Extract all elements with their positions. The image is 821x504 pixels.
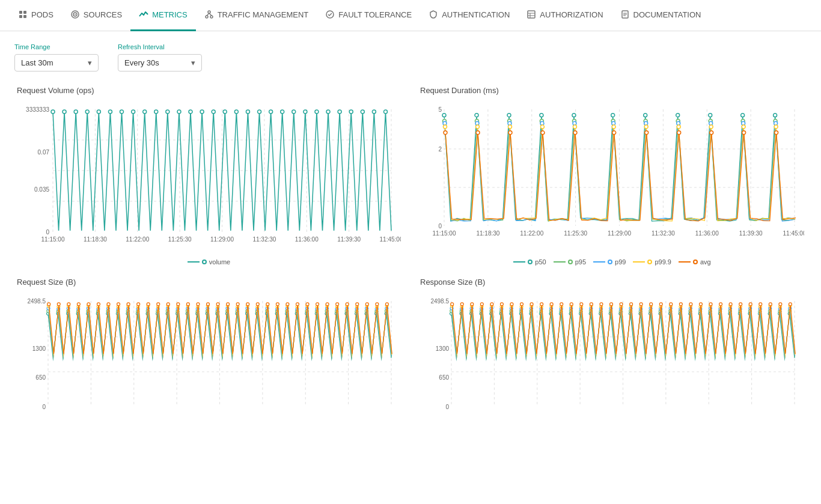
request-size-title: Request Size (B) bbox=[17, 278, 401, 287]
nav-pods-label: PODS bbox=[31, 10, 53, 19]
legend-p99: p99 bbox=[593, 258, 626, 266]
nav-authz[interactable]: AUTHORIZATION bbox=[518, 0, 611, 31]
nav-pods[interactable]: PODS bbox=[10, 0, 62, 31]
response-size-canvas bbox=[420, 291, 804, 411]
legend-dot-avg bbox=[693, 260, 698, 264]
legend-volume: volume bbox=[188, 258, 230, 266]
check-circle-icon bbox=[325, 10, 335, 19]
svg-line-10 bbox=[207, 13, 209, 16]
nav-authz-label: AUTHORIZATION bbox=[540, 10, 603, 19]
request-volume-canvas bbox=[17, 100, 401, 256]
request-volume-container bbox=[17, 100, 401, 256]
legend-avg-label: avg bbox=[700, 258, 711, 266]
time-range-group: Time Range Last 30m ▾ bbox=[14, 43, 99, 71]
legend-dot-p95 bbox=[568, 260, 573, 264]
nav-sources[interactable]: SOURCES bbox=[62, 0, 130, 31]
legend-dot-p999 bbox=[647, 260, 652, 264]
request-volume-title: Request Volume (ops) bbox=[17, 86, 401, 95]
legend-dot-volume bbox=[202, 260, 207, 264]
svg-point-7 bbox=[208, 11, 210, 13]
request-volume-legend: volume bbox=[17, 258, 401, 266]
svg-point-9 bbox=[210, 16, 213, 18]
nav-fault-label: FAULT TOLERANCE bbox=[338, 10, 412, 19]
target-icon bbox=[70, 10, 80, 19]
response-size-container bbox=[420, 291, 804, 411]
chart-icon bbox=[139, 10, 148, 19]
refresh-interval-group: Refresh Interval Every 30s ▾ bbox=[118, 43, 202, 71]
response-size-panel: Response Size (B) bbox=[410, 270, 814, 416]
legend-p99-label: p99 bbox=[615, 258, 626, 266]
request-duration-panel: Request Duration (ms) p50 p95 p99 bbox=[410, 79, 814, 270]
request-duration-legend: p50 p95 p99 p99.9 avg bbox=[420, 258, 804, 266]
nav-auth[interactable]: AUTHENTICATION bbox=[420, 0, 518, 31]
charts-grid: Request Volume (ops) volume Request Dura… bbox=[0, 79, 821, 416]
nav-metrics-label: METRICS bbox=[152, 10, 188, 19]
refresh-interval-label: Refresh Interval bbox=[118, 43, 202, 50]
svg-rect-3 bbox=[23, 15, 26, 18]
svg-rect-1 bbox=[23, 11, 26, 14]
nav-bar: PODS SOURCES METRICS bbox=[0, 0, 821, 31]
legend-p999-label: p99.9 bbox=[655, 258, 671, 266]
legend-p95: p95 bbox=[554, 258, 586, 266]
legend-p50: p50 bbox=[513, 258, 546, 266]
request-size-canvas bbox=[17, 291, 401, 411]
table-icon bbox=[526, 10, 536, 19]
grid-icon bbox=[18, 10, 28, 19]
legend-dot-p50 bbox=[528, 260, 533, 264]
svg-point-8 bbox=[206, 16, 208, 18]
nav-traffic-label: TRAFFIC MANAGEMENT bbox=[218, 10, 309, 19]
svg-rect-0 bbox=[19, 11, 22, 14]
request-duration-title: Request Duration (ms) bbox=[420, 86, 804, 95]
nav-docs[interactable]: DOCUMENTATION bbox=[612, 0, 710, 31]
request-size-container bbox=[17, 291, 401, 411]
refresh-interval-select[interactable]: Every 30s ▾ bbox=[118, 54, 202, 71]
nav-auth-label: AUTHENTICATION bbox=[442, 10, 510, 19]
refresh-interval-value: Every 30s bbox=[124, 58, 159, 67]
time-range-select[interactable]: Last 30m ▾ bbox=[14, 54, 99, 71]
request-size-panel: Request Size (B) bbox=[7, 270, 410, 416]
nav-sources-label: SOURCES bbox=[84, 10, 122, 19]
legend-dot-p99 bbox=[608, 260, 612, 264]
legend-volume-label: volume bbox=[209, 258, 230, 266]
shield-icon bbox=[429, 10, 438, 19]
legend-p50-label: p50 bbox=[535, 258, 546, 266]
svg-rect-13 bbox=[528, 11, 535, 18]
controls-bar: Time Range Last 30m ▾ Refresh Interval E… bbox=[0, 31, 821, 79]
nav-fault[interactable]: FAULT TOLERANCE bbox=[317, 0, 420, 31]
nav-traffic[interactable]: TRAFFIC MANAGEMENT bbox=[196, 0, 317, 31]
legend-p95-label: p95 bbox=[575, 258, 586, 266]
svg-rect-2 bbox=[19, 15, 22, 18]
chevron-down-icon: ▾ bbox=[88, 58, 92, 67]
legend-p999: p99.9 bbox=[633, 258, 671, 266]
request-duration-container bbox=[420, 100, 804, 256]
chevron-down-icon2: ▾ bbox=[191, 58, 195, 67]
time-range-label: Time Range bbox=[14, 43, 99, 50]
fork-icon bbox=[204, 10, 214, 19]
request-volume-panel: Request Volume (ops) volume bbox=[7, 79, 410, 270]
nav-metrics[interactable]: METRICS bbox=[130, 0, 196, 31]
legend-avg: avg bbox=[679, 258, 711, 266]
request-duration-canvas bbox=[420, 100, 804, 256]
time-range-value: Last 30m bbox=[21, 58, 53, 67]
svg-line-11 bbox=[209, 13, 212, 16]
doc-icon bbox=[620, 10, 630, 19]
response-size-title: Response Size (B) bbox=[420, 278, 804, 287]
nav-docs-label: DOCUMENTATION bbox=[633, 10, 701, 19]
svg-point-6 bbox=[75, 14, 76, 15]
